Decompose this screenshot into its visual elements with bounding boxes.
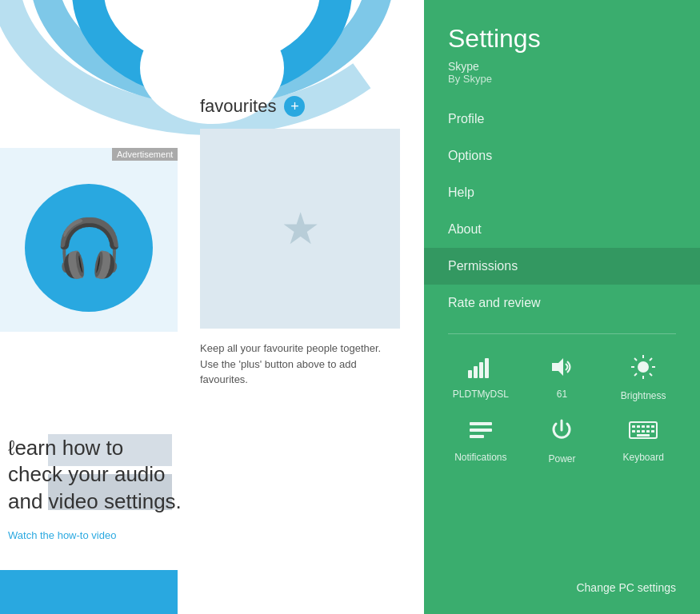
svg-rect-7 [485,358,489,378]
notifications-label: Notifications [454,452,506,463]
settings-divider [448,333,676,334]
volume-icon [549,356,574,384]
keyboard-icon [629,419,658,447]
settings-item-help[interactable]: Help [424,174,700,211]
svg-rect-31 [646,430,650,433]
settings-panel: Settings Skype By Skype Profile Options … [424,0,700,614]
svg-point-1 [44,0,380,92]
svg-rect-18 [470,422,492,425]
svg-rect-5 [474,366,478,378]
favourites-description: Keep all your favourite people together.… [200,341,400,388]
ad-circle: 🎧 [25,184,153,312]
ad-banner: 🎧 [0,148,178,332]
learn-line2: check your audio [8,462,166,486]
settings-item-profile[interactable]: Profile [424,101,700,138]
system-icons: PLDTMyDSL 61 [424,346,700,472]
power-label: Power [548,453,575,464]
svg-rect-32 [651,430,654,433]
bottom-left-content: ℓearn how to check your audio and video … [0,435,200,542]
notifications-icon [468,419,494,447]
svg-rect-28 [637,430,640,433]
svg-rect-4 [468,370,472,378]
favourites-header: favourites + [200,96,424,117]
learn-text: ℓearn how to check your audio and video … [8,435,192,516]
svg-rect-30 [642,430,645,433]
ad-label: Advertisement [112,148,178,161]
network-icon [468,356,494,384]
favourites-section: favourites + ★ Keep all your favourite p… [200,96,424,388]
brightness-icon [630,354,656,385]
system-icon-notifications[interactable]: Notifications [449,419,513,463]
svg-rect-20 [470,435,484,438]
svg-rect-6 [479,362,483,378]
svg-point-2 [88,0,336,84]
network-label: PLDTMyDSL [453,389,509,400]
system-icon-keyboard[interactable]: Keyboard [611,419,675,463]
svg-line-17 [634,373,637,376]
settings-app-by: By Skype [448,73,676,85]
power-icon [549,417,574,449]
left-panel: 🎧 Advertisement favourites + ★ Keep all … [0,0,424,614]
svg-rect-25 [646,425,650,428]
system-icons-row1: PLDTMyDSL 61 [440,354,684,401]
svg-line-14 [634,358,637,361]
add-favourite-button[interactable]: + [284,96,305,117]
settings-item-about[interactable]: About [424,211,700,248]
learn-line3: and video settings. [8,489,182,513]
svg-rect-19 [470,429,492,432]
favourites-title: favourites [200,96,276,117]
svg-line-16 [650,358,652,361]
settings-menu: Profile Options Help About Permissions R… [424,101,700,321]
keyboard-label: Keyboard [622,452,663,463]
system-icons-row2: Notifications Power [440,417,684,464]
volume-label: 61 [557,389,567,400]
settings-header: Settings Skype By Skype [424,0,700,93]
settings-item-permissions[interactable]: Permissions [424,248,700,285]
brightness-label: Brightness [621,390,666,401]
blue-bar [0,570,178,614]
svg-rect-29 [637,434,650,437]
system-icon-network[interactable]: PLDTMyDSL [449,356,513,400]
star-icon: ★ [281,203,320,254]
settings-item-options[interactable]: Options [424,138,700,174]
svg-point-9 [638,361,649,373]
svg-marker-8 [552,358,563,376]
headset-icon: 🎧 [54,215,124,281]
change-pc-settings-link[interactable]: Change PC settings [424,569,700,614]
svg-rect-27 [632,430,635,433]
svg-line-15 [650,373,652,376]
learn-line1: ℓearn how to [8,436,123,460]
svg-rect-23 [637,425,640,428]
settings-title: Settings [448,24,676,54]
settings-app-name: Skype [448,60,676,73]
system-icon-power[interactable]: Power [530,417,594,464]
watch-link[interactable]: Watch the how-to video [8,529,116,541]
svg-rect-24 [642,425,645,428]
svg-rect-26 [651,425,654,428]
system-icon-volume[interactable]: 61 [530,356,594,400]
svg-rect-22 [632,425,635,428]
settings-item-rate-and-review[interactable]: Rate and review [424,285,700,321]
star-placeholder: ★ [200,129,400,329]
system-icon-brightness[interactable]: Brightness [611,354,675,401]
